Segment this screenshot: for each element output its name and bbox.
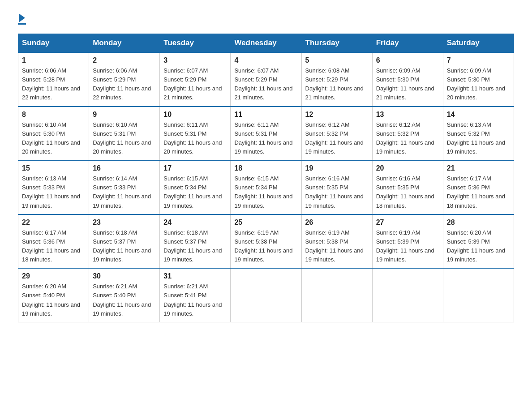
day-info: Sunrise: 6:20 AMSunset: 5:40 PMDaylight:… (22, 282, 85, 318)
calendar-cell: 31Sunrise: 6:21 AMSunset: 5:41 PMDayligh… (160, 268, 231, 322)
calendar-week-row: 22Sunrise: 6:17 AMSunset: 5:36 PMDayligh… (18, 214, 514, 269)
day-number: 21 (447, 164, 510, 172)
day-info: Sunrise: 6:19 AMSunset: 5:38 PMDaylight:… (234, 228, 297, 265)
calendar-cell: 20Sunrise: 6:16 AMSunset: 5:35 PMDayligh… (372, 160, 443, 214)
day-number: 18 (234, 164, 297, 172)
calendar-cell: 22Sunrise: 6:17 AMSunset: 5:36 PMDayligh… (18, 214, 89, 269)
calendar-header-row: SundayMondayTuesdayWednesdayThursdayFrid… (18, 34, 514, 53)
calendar-cell: 2Sunrise: 6:06 AMSunset: 5:29 PMDaylight… (89, 52, 160, 107)
calendar-week-row: 15Sunrise: 6:13 AMSunset: 5:33 PMDayligh… (18, 160, 514, 214)
day-number: 26 (305, 218, 369, 227)
day-info: Sunrise: 6:14 AMSunset: 5:33 PMDaylight:… (93, 174, 156, 210)
day-info: Sunrise: 6:21 AMSunset: 5:40 PMDaylight:… (93, 282, 156, 318)
day-number: 4 (234, 56, 297, 64)
calendar-cell: 17Sunrise: 6:15 AMSunset: 5:34 PMDayligh… (160, 160, 231, 214)
day-number: 5 (305, 56, 369, 64)
day-number: 10 (163, 111, 227, 119)
day-info: Sunrise: 6:15 AMSunset: 5:34 PMDaylight:… (163, 174, 227, 210)
day-number: 15 (22, 164, 85, 172)
calendar-cell: 5Sunrise: 6:08 AMSunset: 5:29 PMDaylight… (301, 52, 372, 107)
day-info: Sunrise: 6:17 AMSunset: 5:36 PMDaylight:… (22, 228, 85, 265)
day-info: Sunrise: 6:15 AMSunset: 5:34 PMDaylight:… (234, 174, 297, 210)
day-number: 14 (447, 111, 510, 119)
calendar-week-row: 29Sunrise: 6:20 AMSunset: 5:40 PMDayligh… (18, 268, 514, 322)
day-number: 12 (305, 111, 369, 119)
day-number: 27 (376, 218, 439, 227)
day-info: Sunrise: 6:18 AMSunset: 5:37 PMDaylight:… (163, 228, 227, 265)
day-info: Sunrise: 6:21 AMSunset: 5:41 PMDaylight:… (163, 282, 227, 318)
calendar-cell: 15Sunrise: 6:13 AMSunset: 5:33 PMDayligh… (18, 160, 89, 214)
day-number: 7 (447, 56, 510, 64)
calendar-cell: 25Sunrise: 6:19 AMSunset: 5:38 PMDayligh… (231, 214, 301, 269)
header-day-tuesday: Tuesday (160, 34, 231, 53)
day-info: Sunrise: 6:17 AMSunset: 5:36 PMDaylight:… (447, 174, 510, 210)
day-info: Sunrise: 6:06 AMSunset: 5:29 PMDaylight:… (93, 66, 156, 103)
day-number: 23 (93, 218, 156, 227)
calendar-cell: 10Sunrise: 6:11 AMSunset: 5:31 PMDayligh… (160, 107, 231, 161)
day-number: 2 (93, 56, 156, 64)
day-info: Sunrise: 6:13 AMSunset: 5:33 PMDaylight:… (22, 174, 85, 210)
header-day-saturday: Saturday (443, 34, 514, 53)
header-day-wednesday: Wednesday (231, 34, 301, 53)
day-number: 19 (305, 164, 369, 172)
calendar-cell: 1Sunrise: 6:06 AMSunset: 5:28 PMDaylight… (18, 52, 89, 107)
calendar-cell: 30Sunrise: 6:21 AMSunset: 5:40 PMDayligh… (89, 268, 160, 322)
day-number: 29 (22, 272, 85, 280)
day-number: 28 (447, 218, 510, 227)
day-number: 31 (163, 272, 227, 280)
calendar-cell: 8Sunrise: 6:10 AMSunset: 5:30 PMDaylight… (18, 107, 89, 161)
calendar-cell (443, 268, 514, 322)
logo-arrow-icon (19, 13, 25, 22)
day-number: 3 (163, 56, 227, 64)
page-header (18, 13, 514, 25)
day-info: Sunrise: 6:08 AMSunset: 5:29 PMDaylight:… (305, 66, 369, 103)
day-info: Sunrise: 6:13 AMSunset: 5:32 PMDaylight:… (447, 120, 510, 157)
day-number: 24 (163, 218, 227, 227)
day-info: Sunrise: 6:19 AMSunset: 5:38 PMDaylight:… (305, 228, 369, 265)
calendar-cell: 7Sunrise: 6:09 AMSunset: 5:30 PMDaylight… (443, 52, 514, 107)
day-info: Sunrise: 6:20 AMSunset: 5:39 PMDaylight:… (447, 228, 510, 265)
header-day-sunday: Sunday (18, 34, 89, 53)
calendar-cell: 26Sunrise: 6:19 AMSunset: 5:38 PMDayligh… (301, 214, 372, 269)
calendar-cell (301, 268, 372, 322)
day-info: Sunrise: 6:09 AMSunset: 5:30 PMDaylight:… (376, 66, 439, 103)
day-info: Sunrise: 6:10 AMSunset: 5:30 PMDaylight:… (22, 120, 85, 157)
logo-underline (18, 23, 26, 25)
day-info: Sunrise: 6:12 AMSunset: 5:32 PMDaylight:… (305, 120, 369, 157)
day-info: Sunrise: 6:19 AMSunset: 5:39 PMDaylight:… (376, 228, 439, 265)
calendar-cell: 19Sunrise: 6:16 AMSunset: 5:35 PMDayligh… (301, 160, 372, 214)
header-day-monday: Monday (89, 34, 160, 53)
calendar-cell: 27Sunrise: 6:19 AMSunset: 5:39 PMDayligh… (372, 214, 443, 269)
calendar-cell: 29Sunrise: 6:20 AMSunset: 5:40 PMDayligh… (18, 268, 89, 322)
calendar-cell: 16Sunrise: 6:14 AMSunset: 5:33 PMDayligh… (89, 160, 160, 214)
calendar-week-row: 8Sunrise: 6:10 AMSunset: 5:30 PMDaylight… (18, 107, 514, 161)
day-info: Sunrise: 6:09 AMSunset: 5:30 PMDaylight:… (447, 66, 510, 103)
calendar-table: SundayMondayTuesdayWednesdayThursdayFrid… (18, 34, 514, 322)
calendar-cell: 9Sunrise: 6:10 AMSunset: 5:31 PMDaylight… (89, 107, 160, 161)
logo (18, 13, 26, 25)
calendar-cell: 12Sunrise: 6:12 AMSunset: 5:32 PMDayligh… (301, 107, 372, 161)
calendar-cell (372, 268, 443, 322)
header-day-friday: Friday (372, 34, 443, 53)
day-number: 17 (163, 164, 227, 172)
calendar-cell: 23Sunrise: 6:18 AMSunset: 5:37 PMDayligh… (89, 214, 160, 269)
day-info: Sunrise: 6:12 AMSunset: 5:32 PMDaylight:… (376, 120, 439, 157)
day-number: 16 (93, 164, 156, 172)
day-number: 8 (22, 111, 85, 119)
calendar-cell: 28Sunrise: 6:20 AMSunset: 5:39 PMDayligh… (443, 214, 514, 269)
calendar-cell: 24Sunrise: 6:18 AMSunset: 5:37 PMDayligh… (160, 214, 231, 269)
day-number: 25 (234, 218, 297, 227)
day-number: 11 (234, 111, 297, 119)
calendar-cell: 4Sunrise: 6:07 AMSunset: 5:29 PMDaylight… (231, 52, 301, 107)
day-info: Sunrise: 6:10 AMSunset: 5:31 PMDaylight:… (93, 120, 156, 157)
calendar-week-row: 1Sunrise: 6:06 AMSunset: 5:28 PMDaylight… (18, 52, 514, 107)
day-number: 30 (93, 272, 156, 280)
day-info: Sunrise: 6:16 AMSunset: 5:35 PMDaylight:… (305, 174, 369, 210)
calendar-cell (231, 268, 301, 322)
day-number: 6 (376, 56, 439, 64)
day-number: 1 (22, 56, 85, 64)
calendar-cell: 3Sunrise: 6:07 AMSunset: 5:29 PMDaylight… (160, 52, 231, 107)
day-info: Sunrise: 6:18 AMSunset: 5:37 PMDaylight:… (93, 228, 156, 265)
day-info: Sunrise: 6:11 AMSunset: 5:31 PMDaylight:… (163, 120, 227, 157)
header-day-thursday: Thursday (301, 34, 372, 53)
